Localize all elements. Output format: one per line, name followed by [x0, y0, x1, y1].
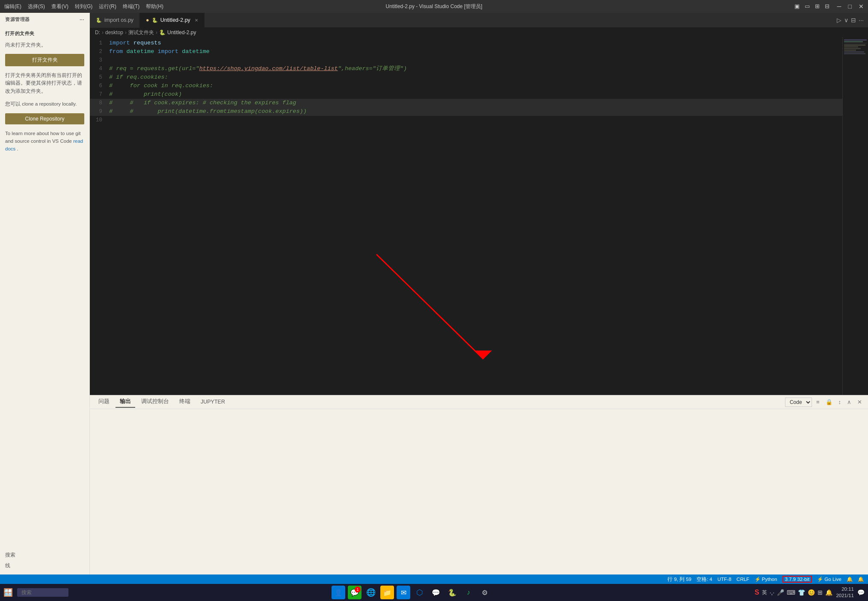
menu-goto[interactable]: 转到(G) [75, 3, 92, 10]
tab-modified-icon: ● [146, 17, 149, 23]
sidebar-clone-desc: 您可以 clone a repository locally. [0, 97, 89, 110]
taskbar: 🪟 👤 💬 1 🌐 📁 ✉ ⬡ 💬 🐍 ♪ ⚙ S 英 ·,· 🎤 [0, 584, 868, 601]
panel-tab-problems[interactable]: 问题 [94, 396, 114, 408]
status-spaces[interactable]: 空格: 4 [696, 576, 712, 583]
sidebar-bottom: 搜索 线 [0, 546, 89, 574]
tray-emoji[interactable]: 😊 [808, 589, 815, 596]
layout4-icon[interactable]: ⊟ [825, 3, 829, 10]
taskbar-icon-1[interactable]: 👤 [332, 586, 345, 599]
taskbar-icon-python[interactable]: 🐍 [445, 586, 459, 599]
tray-sougou[interactable]: S [755, 589, 759, 596]
clone-repository-button[interactable]: Clone Repository [5, 113, 84, 124]
taskbar-search-input[interactable] [17, 588, 68, 597]
breadcrumb-drive: D: [95, 29, 100, 35]
code-editor[interactable]: 1 import requests 2 from datetime import… [90, 37, 842, 395]
breadcrumb-file[interactable]: Untitled-2.py [167, 29, 196, 35]
taskbar-icon-vscode[interactable]: ⬡ [413, 586, 427, 599]
minimap [842, 37, 868, 395]
tab-close-untitled[interactable]: ✕ [195, 18, 198, 23]
taskbar-icon-mail[interactable]: ✉ [397, 586, 410, 599]
taskbar-app-icons: 👤 💬 1 🌐 📁 ✉ ⬡ 💬 🐍 ♪ ⚙ [332, 586, 492, 599]
panel-close-icon[interactable]: ✕ [856, 398, 864, 406]
start-icon[interactable]: 🪟 [3, 588, 13, 597]
taskbar-icon-files[interactable]: 📁 [380, 586, 394, 599]
sidebar-menu-icon[interactable]: ··· [80, 17, 84, 22]
breadcrumb: D: › desktop › 测试文件夹 › 🐍 Untitled-2.py [90, 28, 868, 37]
tray-lang[interactable]: 英 [762, 589, 767, 596]
taskbar-right: S 英 ·,· 🎤 ⌨ 👕 😊 ⊞ 🔔 20:11 2021/11 💬 [755, 586, 865, 599]
code-line-1: 1 import requests [90, 39, 842, 47]
editor-panel-area: 🐍 import os.py ● 🐍 Untitled-2.py ✕ ▷ ∨ ⊟… [90, 13, 868, 574]
window-controls[interactable]: ▣ ▭ ⊞ ⊟ ─ □ ✕ [794, 3, 864, 10]
code-line-4: 4 # req = requests.get(url="https://shop… [90, 65, 842, 73]
code-line-3: 3 [90, 56, 842, 65]
menu-run[interactable]: 运行(R) [99, 3, 116, 10]
panel-tab-debug[interactable]: 调试控制台 [137, 396, 173, 408]
menu-view[interactable]: 查看(V) [51, 3, 68, 10]
tab-icon-import: 🐍 [96, 18, 102, 23]
layout-icon[interactable]: ▣ [794, 3, 800, 10]
panel-list-icon[interactable]: ≡ [815, 398, 821, 406]
sidebar-search-item[interactable]: 搜索 [0, 550, 89, 560]
breadcrumb-folder[interactable]: 测试文件夹 [128, 29, 154, 36]
tab-icon-untitled: 🐍 [152, 18, 158, 23]
panel-split-icon[interactable]: ↕ [837, 398, 843, 406]
panel-output-select[interactable]: Code [785, 398, 812, 407]
tray-bell[interactable]: 🔔 [825, 589, 832, 596]
maximize-button[interactable]: □ [848, 3, 852, 10]
menu-terminal[interactable]: 终端(T) [123, 3, 139, 10]
panel-tab-jupyter[interactable]: JUPYTER [196, 397, 229, 407]
taskbar-icon-chrome[interactable]: 🌐 [364, 586, 378, 599]
sidebar-open-folder-text: 尚未打开文件夹。 [0, 38, 89, 51]
status-bell[interactable]: 🔔 [847, 576, 853, 582]
taskbar-icon-chat[interactable]: 💬 [429, 586, 443, 599]
run-dropdown-icon[interactable]: ∨ [844, 17, 848, 24]
notification-icon[interactable]: 💬 [857, 589, 865, 596]
tray-dots[interactable]: ·,· [770, 589, 775, 596]
tab-label-import: import os.py [104, 17, 133, 23]
taskbar-icon-wechat[interactable]: 💬 1 [348, 586, 361, 599]
layout3-icon[interactable]: ⊞ [815, 3, 820, 10]
clock-time: 20:11 [836, 586, 854, 592]
status-encoding[interactable]: UTF-8 [717, 577, 732, 582]
tray-shirt[interactable]: 👕 [798, 589, 805, 596]
status-notification[interactable]: 🔔 [858, 576, 864, 582]
status-python-icon[interactable]: ⚡ Python [755, 576, 777, 582]
code-line-2: 2 from datetime import datetime [90, 47, 842, 56]
tray-grid[interactable]: ⊞ [818, 589, 823, 596]
breadcrumb-desktop[interactable]: desktop [105, 29, 123, 35]
tab-import-os[interactable]: 🐍 import os.py [90, 13, 140, 28]
minimize-button[interactable]: ─ [837, 3, 841, 10]
tray-icons: S 英 ·,· 🎤 ⌨ 👕 😊 ⊞ 🔔 [755, 589, 832, 596]
menu-bar[interactable]: 编辑(E) 选择(S) 查看(V) 转到(G) 运行(R) 终端(T) 帮助(H… [4, 3, 163, 10]
panel-lock-icon[interactable]: 🔒 [824, 398, 834, 406]
sidebar-recent-desc: 打开文件夹将关闭所有当前打开的编辑器。要使其保持打开状态，请改为添加文件夹。 [0, 69, 89, 97]
status-python-version[interactable]: 3.7.9 32-bit [782, 576, 812, 583]
title-bar: 编辑(E) 选择(S) 查看(V) 转到(G) 运行(R) 终端(T) 帮助(H… [0, 0, 868, 13]
open-folder-button[interactable]: 打开文件夹 [5, 54, 84, 66]
taskbar-icon-music[interactable]: ♪ [462, 586, 475, 599]
menu-help[interactable]: 帮助(H) [146, 3, 163, 10]
more-actions-icon[interactable]: ··· [859, 17, 864, 24]
taskbar-icon-settings[interactable]: ⚙ [478, 586, 492, 599]
menu-select[interactable]: 选择(S) [28, 3, 45, 10]
split-editor-icon[interactable]: ⊟ [851, 17, 856, 24]
code-line-8: 8 # # if cook.expires: # checking the ex… [90, 99, 842, 107]
code-line-5: 5 # if req.cookies: [90, 73, 842, 82]
code-line-6: 6 # for cook in req.cookies: [90, 82, 842, 90]
status-go-live[interactable]: ⚡ Go Live [817, 576, 841, 582]
layout2-icon[interactable]: ▭ [805, 3, 810, 10]
status-line-col[interactable]: 行 9, 列 59 [667, 576, 691, 583]
status-eol[interactable]: CRLF [737, 577, 750, 582]
run-icon[interactable]: ▷ [837, 17, 841, 24]
tray-mic[interactable]: 🎤 [777, 589, 784, 596]
tab-untitled-2[interactable]: ● 🐍 Untitled-2.py ✕ [140, 13, 204, 28]
panel-tab-output[interactable]: 输出 [116, 396, 135, 408]
panel-tab-terminal[interactable]: 终端 [175, 396, 195, 408]
panel-minimize-icon[interactable]: ∧ [845, 398, 853, 406]
tray-keyboard[interactable]: ⌨ [787, 589, 795, 596]
system-clock[interactable]: 20:11 2021/11 [836, 586, 854, 599]
panel-content [90, 409, 868, 574]
menu-edit[interactable]: 编辑(E) [4, 3, 21, 10]
close-button[interactable]: ✕ [859, 3, 864, 10]
